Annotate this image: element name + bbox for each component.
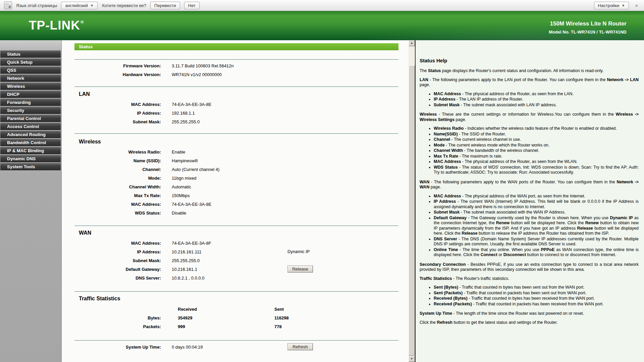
row-value: 10.8.2.1 , 0.0.0.0 <box>172 276 205 281</box>
help-lan-paragraph: LAN - The following parameters apply to … <box>420 77 639 88</box>
language-select-value: английский <box>65 3 88 8</box>
chevron-down-icon: ▼ <box>622 3 625 8</box>
section-divider <box>74 340 398 341</box>
info-row: Wireless Radio: Enable <box>74 147 398 156</box>
sidebar-item[interactable]: Forwarding <box>0 99 61 106</box>
sidebar-item[interactable]: Advanced Routing <box>0 131 61 138</box>
row-value: 3.11.7 Build 100603 Rel.56412n <box>172 63 234 68</box>
row-label: MAC Address: <box>74 102 161 107</box>
sidebar-item[interactable]: Access Control <box>0 123 61 130</box>
help-bullet: Channel - The current wireless channel i… <box>434 137 639 142</box>
scroll-up-button[interactable]: ▲ <box>409 40 415 46</box>
help-wireless-paragraph: Wireless - These are the current setting… <box>420 112 639 122</box>
vertical-scrollbar[interactable]: ▲ ▼ <box>409 40 415 362</box>
sent-column-header: Sent <box>274 307 284 312</box>
help-title: Status Help <box>420 58 639 63</box>
row-label: Packets: <box>74 324 161 329</box>
row-label: Wireless Radio: <box>74 149 161 155</box>
info-row: Hardware Version: WR741N v1/v2 00000000 <box>74 70 398 79</box>
scrollbar-thumb[interactable] <box>409 65 415 356</box>
status-content: Status Firmware Version: 3.11.7 Build 10… <box>74 40 398 362</box>
sidebar-menu: Status Quick Setup QSS Network Wireless … <box>0 50 61 171</box>
row-label: Hardware Version: <box>74 72 161 77</box>
help-bullet: MAC Address - The physical address of th… <box>434 159 639 165</box>
sidebar-item[interactable]: Dynamic DNS <box>0 155 61 162</box>
traffic-section-title: Traffic Statistics <box>79 296 120 302</box>
help-bullet: Subnet Mask - The subnet mask associated… <box>434 210 639 215</box>
sidebar-item[interactable]: Security <box>0 107 61 114</box>
section-divider <box>74 86 398 87</box>
translate-icon-letter: A <box>8 5 11 9</box>
info-row: Subnet Mask: 255.255.255.0 <box>74 256 398 265</box>
sidebar-item[interactable]: QSS <box>0 66 61 74</box>
info-row: Name (SSID): Hampineswifi <box>74 156 398 165</box>
sidebar-item[interactable]: Network <box>0 74 61 82</box>
sidebar-item[interactable]: System Tools <box>0 163 61 170</box>
tplink-logo: TP-LINK® <box>29 18 84 33</box>
row-label: Subnet Mask: <box>74 258 161 263</box>
row-value: 255.255.255.0 <box>172 258 200 263</box>
row-value: 255.255.255.0 <box>172 119 200 124</box>
lan-section-title: LAN <box>79 91 90 97</box>
sidebar-item[interactable]: Status <box>0 50 61 58</box>
sidebar-item[interactable]: Parental Control <box>0 115 61 122</box>
chevron-down-icon: ▼ <box>90 3 94 8</box>
info-row: Channel Width: Automatic <box>74 182 398 191</box>
info-row: Firmware Version: 3.11.7 Build 100603 Re… <box>74 61 398 70</box>
row-label: Max Tx Rate: <box>74 193 161 198</box>
translate-icon[interactable]: A <box>4 1 12 9</box>
help-bullet: Name(SSID) - The SSID of the Router. <box>434 132 639 137</box>
row-label: WDS Status: <box>74 210 161 216</box>
device-info-rows: Firmware Version: 3.11.7 Build 100603 Re… <box>74 61 398 79</box>
no-translate-button[interactable]: Нет <box>184 2 200 9</box>
row-value: 74-EA-3A-EE-3A-8E <box>172 202 212 207</box>
refresh-button[interactable]: Refresh <box>287 343 313 350</box>
scroll-down-button[interactable]: ▼ <box>409 356 415 362</box>
registered-mark: ® <box>80 19 84 24</box>
translate-icon-grid <box>5 3 8 6</box>
wan-connection-type: Dynamic IP <box>287 249 310 254</box>
translate-button[interactable]: Перевести <box>150 2 180 9</box>
row-value: 74-EA-3A-EE-3A-8E <box>172 102 212 107</box>
language-select[interactable]: английский ▼ <box>61 2 98 9</box>
uptime-label: System Up Time: <box>74 345 161 350</box>
close-icon[interactable]: × <box>633 3 640 8</box>
wan-section-title: WAN <box>79 230 91 236</box>
received-column-header: Received <box>178 307 197 312</box>
row-label: Channel: <box>74 167 161 172</box>
help-bullet: Max Tx Rate - The maximum tx rate. <box>434 154 639 159</box>
row-label: Mode: <box>74 176 161 181</box>
row-value: Disable <box>172 210 186 216</box>
release-button[interactable]: Release <box>287 265 313 273</box>
sidebar-item[interactable]: Wireless <box>0 82 61 90</box>
section-divider <box>74 59 398 60</box>
help-bullet: IP Address - The LAN IP address of the R… <box>434 97 639 102</box>
help-bullet: IP Address - The current WAN (Internet) … <box>434 199 639 209</box>
help-wan-list: MAC Address - The physical address of th… <box>420 194 639 258</box>
help-bullet: MAC Address - The physical address of th… <box>434 194 639 199</box>
row-label: MAC Address: <box>74 202 161 207</box>
row-value: Auto (Current channel 4) <box>172 167 219 172</box>
row-value: Automatic <box>172 184 191 189</box>
translate-settings-button[interactable]: Настройки ▼ <box>594 2 629 9</box>
help-uptime-paragraph: System Up Time - The length of the time … <box>420 311 639 316</box>
row-label: Subnet Mask: <box>74 119 161 124</box>
row-label: Channel Width: <box>74 184 161 189</box>
row-label: Firmware Version: <box>74 63 161 68</box>
row-label: IP Address: <box>74 111 161 116</box>
sidebar-item[interactable]: DHCP <box>0 90 61 98</box>
row-value: WR741N v1/v2 00000000 <box>172 72 222 77</box>
uptime-value: 0 days 00:04:19 <box>172 345 203 350</box>
product-name: 150M Wireless Lite N Router <box>549 20 627 27</box>
section-divider <box>74 226 398 226</box>
help-bullet: Mode - The current wireless mode which t… <box>434 143 639 148</box>
sidebar-item[interactable]: Bandwidth Control <box>0 139 61 146</box>
row-label: Bytes: <box>74 315 161 320</box>
help-bullet: WDS Status - The status of WDS' connecti… <box>434 165 639 175</box>
row-value: 150Mbps <box>172 193 190 198</box>
help-lan-list: MAC Address - The physical address of th… <box>420 92 639 108</box>
sidebar-item[interactable]: Quick Setup <box>0 58 61 66</box>
translate-bar-label: Язык этой страницы <box>16 3 57 8</box>
sidebar-item[interactable]: IP & MAC Binding <box>0 147 61 154</box>
info-row: Mode: 11bgn mixed <box>74 174 398 182</box>
